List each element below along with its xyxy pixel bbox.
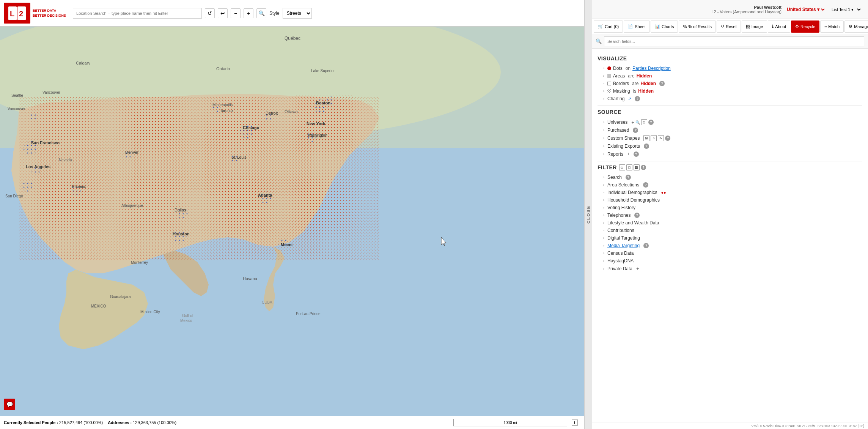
universes-plus-icon[interactable]: + — [631, 120, 634, 125]
search-filter-item[interactable]: › Search ? — [598, 173, 862, 181]
contributions-item[interactable]: › Contributions — [598, 227, 862, 234]
filter-info-icon[interactable]: ? — [641, 165, 646, 170]
dots-label: Dots — [613, 66, 623, 71]
purchased-item[interactable]: › Purchased ? — [598, 126, 862, 134]
svg-text:Los Angeles: Los Angeles — [26, 164, 50, 169]
telephones-info-icon[interactable]: ? — [634, 213, 640, 218]
refresh-btn[interactable]: ↺ — [205, 8, 215, 18]
individual-demographics-item[interactable]: › Individual Demographics ●● — [598, 189, 862, 196]
borders-info-icon[interactable]: ? — [659, 81, 665, 86]
census-data-label: Census Data — [607, 251, 634, 256]
sheet-label: Sheet — [635, 24, 646, 29]
top-bar: Paul Westcott L2 - Voters (Ampersand and… — [592, 0, 868, 19]
universes-chevron: › — [603, 120, 604, 124]
sheet-btn[interactable]: 📄 Sheet — [624, 21, 650, 33]
masking-visualization-icon — [607, 89, 611, 93]
universes-copy-icon[interactable]: ⊡ — [641, 119, 647, 125]
close-label[interactable]: CLOSE — [586, 205, 591, 224]
reset-btn[interactable]: ↺ Reset — [717, 21, 741, 33]
private-data-chevron: › — [603, 267, 604, 271]
svg-text:Minneapolis: Minneapolis — [212, 103, 233, 107]
svg-text:St. Louis: St. Louis — [231, 155, 246, 159]
search-filter-chevron: › — [603, 175, 604, 179]
lifestyle-wealth-item[interactable]: › Lifestyle and Wealth Data — [598, 219, 862, 227]
visualize-charting-item[interactable]: › Charting ↗ ? — [598, 95, 862, 103]
filter-tool-3[interactable]: ▦ — [634, 164, 640, 170]
media-targeting-label[interactable]: Media Targeting — [607, 243, 640, 248]
universes-info-icon[interactable]: ? — [648, 120, 654, 125]
digital-targeting-item[interactable]: › Digital Targeting — [598, 234, 862, 242]
household-demographics-item[interactable]: › Household Demographics — [598, 196, 862, 204]
private-data-item[interactable]: › Private Data + — [598, 265, 862, 273]
dots-value[interactable]: Parties Description — [632, 66, 671, 71]
cart-btn[interactable]: 🛒 Cart (0) — [594, 21, 623, 33]
area-selections-info-icon[interactable]: ? — [643, 182, 648, 188]
field-search-input[interactable] — [604, 36, 864, 46]
existing-exports-item[interactable]: › Existing Exports ? — [598, 142, 862, 150]
area-selections-item[interactable]: › Area Selections ? — [598, 181, 862, 189]
custom-shapes-info-icon[interactable]: ? — [665, 136, 670, 141]
custom-shapes-icon2[interactable]: ○ — [651, 135, 657, 141]
map-style-select[interactable]: Streets Satellite Terrain — [283, 8, 312, 19]
filter-tool-2[interactable]: □ — [626, 164, 632, 170]
area-selections-label: Area Selections — [607, 182, 639, 188]
filter-tool-1[interactable]: ◇ — [619, 164, 625, 170]
panel-content: VISUALIZE › Dots on Parties Description … — [592, 49, 868, 423]
custom-shapes-icon1[interactable]: ⊠ — [643, 135, 649, 141]
digital-targeting-chevron: › — [603, 236, 604, 240]
individual-demographics-label: Individual Demographics — [607, 190, 657, 195]
universes-item[interactable]: › Universes + 🔍 ⊡ ? — [598, 118, 862, 126]
reports-info-icon[interactable]: ? — [634, 151, 639, 157]
visualize-masking-item[interactable]: › Masking is Hidden — [598, 87, 862, 95]
zoom-out-btn[interactable]: − — [231, 8, 241, 18]
country-select[interactable]: United States ▾ — [785, 6, 826, 13]
svg-text:Mexico: Mexico — [180, 319, 192, 323]
media-targeting-info-icon[interactable]: ? — [643, 243, 649, 248]
match-btn[interactable]: ≈ Match — [820, 21, 844, 33]
visualize-borders-item[interactable]: › Borders are Hidden ? — [598, 80, 862, 87]
custom-shapes-item[interactable]: › Custom Shapes ⊠ ○ ⊳ ? — [598, 134, 862, 142]
custom-shapes-icon3[interactable]: ⊳ — [658, 135, 664, 141]
universes-label: Universes — [607, 120, 627, 125]
purchased-info-icon[interactable]: ? — [633, 128, 638, 133]
close-divider[interactable]: CLOSE — [584, 0, 592, 429]
map-status-bar: Currently Selected People : 215,527,464 … — [0, 416, 584, 429]
map-info-btn[interactable]: ℹ — [572, 420, 578, 426]
results-btn[interactable]: % % of Results — [679, 21, 716, 33]
area-selections-chevron: › — [603, 183, 604, 187]
reports-plus-icon[interactable]: + — [627, 151, 630, 157]
location-search-input[interactable] — [73, 8, 202, 19]
existing-exports-info-icon[interactable]: ? — [644, 144, 649, 149]
voting-history-item[interactable]: › Voting History — [598, 204, 862, 211]
census-data-item[interactable]: › Census Data — [598, 249, 862, 257]
zoom-in-btn[interactable]: + — [244, 8, 253, 18]
image-btn[interactable]: 🖼 Image — [742, 21, 767, 33]
private-data-plus-icon[interactable]: + — [636, 266, 639, 271]
reset-view-btn[interactable]: ↩ — [218, 8, 228, 18]
svg-text:Boston: Boston — [316, 101, 330, 105]
manage-btn[interactable]: ⚙ Manage — [844, 21, 868, 33]
visualize-dots-item[interactable]: › Dots on Parties Description — [598, 65, 862, 72]
list-select[interactable]: List Test 1 ▾ — [828, 6, 862, 13]
match-label: Match — [828, 24, 840, 29]
visualize-areas-item[interactable]: › Areas are Hidden — [598, 72, 862, 80]
user-info: Paul Westcott L2 - Voters (Ampersand and… — [711, 5, 782, 14]
charts-btn[interactable]: 📊 Charts — [651, 21, 678, 33]
nav-bar: 🛒 Cart (0) 📄 Sheet 📊 Charts % % of Resul… — [592, 19, 868, 34]
media-targeting-item[interactable]: › Media Targeting ? — [598, 242, 862, 249]
search-filter-info-icon[interactable]: ? — [626, 175, 631, 180]
cart-label: Cart (0) — [605, 24, 619, 29]
match-icon: ≈ — [824, 24, 827, 29]
haystaq-dna-item[interactable]: › HaystaqDNA — [598, 257, 862, 265]
search-map-btn[interactable]: 🔍 — [256, 8, 266, 18]
private-data-label: Private Data — [607, 266, 632, 271]
charting-info-icon[interactable]: ? — [635, 96, 640, 101]
reports-item[interactable]: › Reports + ? — [598, 150, 862, 158]
telephones-item[interactable]: › Telephones ? — [598, 211, 862, 219]
recycle-btn[interactable]: ♻ Recycle — [791, 21, 819, 33]
map-canvas[interactable]: San Francisco Los Angeles Chicago Detroi… — [0, 27, 584, 416]
charting-external-icon[interactable]: ↗ — [628, 96, 631, 101]
chat-button[interactable]: 💬 — [4, 399, 15, 410]
universes-search-icon[interactable]: 🔍 — [635, 120, 640, 125]
about-btn[interactable]: ℹ About — [768, 21, 790, 33]
